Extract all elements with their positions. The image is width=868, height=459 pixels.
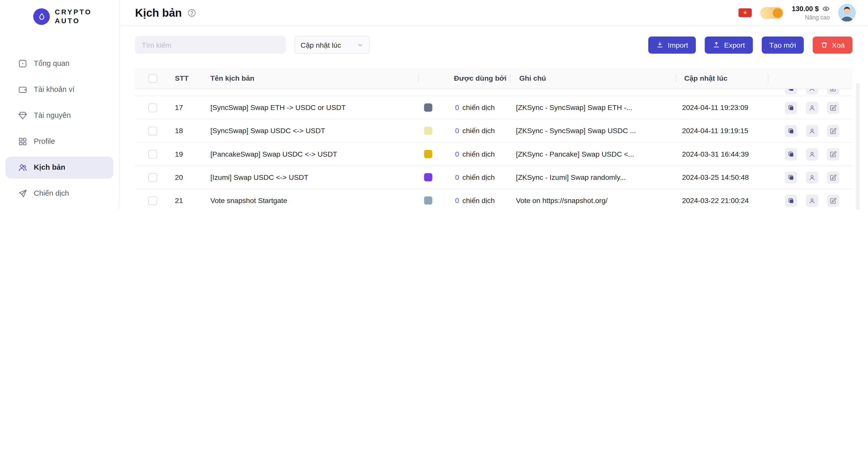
copy-button[interactable] xyxy=(785,148,797,160)
row-used-count[interactable]: 0 xyxy=(455,173,459,181)
row-used: 0 chiến dịch xyxy=(446,103,510,112)
edit-button[interactable] xyxy=(827,101,839,113)
plan-label: Nâng cao xyxy=(805,14,830,21)
account-balance-block: 130.00 $ Nâng cao xyxy=(792,5,830,21)
row-color-swatch xyxy=(424,196,433,204)
row-checkbox[interactable] xyxy=(148,196,157,205)
copy-button[interactable] xyxy=(785,125,797,137)
upload-icon xyxy=(713,41,720,49)
profile-icon xyxy=(18,136,28,146)
sidebar-item-kich-ban[interactable]: Kịch bản xyxy=(5,156,114,178)
sidebar-item-label: Tài khoản ví xyxy=(34,85,74,94)
row-used-label: chiến dịch xyxy=(462,127,495,135)
sidebar-item-label: Chiến dịch xyxy=(34,189,69,197)
row-color-swatch xyxy=(424,173,433,181)
copy-button[interactable] xyxy=(785,101,797,113)
table-row[interactable]: 20 [Izumi] Swap USDC <-> USDT 0 chiến dị… xyxy=(135,166,852,189)
sort-select[interactable]: Cập nhật lúc xyxy=(294,36,370,54)
create-button[interactable]: Tạo mới xyxy=(762,36,804,54)
row-name: [PancakeSwap] Swap USDC <-> USDT xyxy=(205,150,418,158)
row-stt: 20 xyxy=(170,173,205,181)
edit-button[interactable] xyxy=(827,125,839,137)
row-checkbox[interactable] xyxy=(148,173,157,182)
table-header: STT Tên kịch bản Được dùng bởi Ghi chú C… xyxy=(135,68,852,89)
column-name: Tên kịch bản xyxy=(205,74,418,83)
assign-user-button[interactable] xyxy=(806,171,818,183)
table-row[interactable]: 18 [SyncSwap] Swap USDC <-> USDT 0 chiến… xyxy=(135,120,852,143)
row-used-label: chiến dịch xyxy=(462,196,495,204)
sidebar-item-profile[interactable]: Profile xyxy=(5,130,114,152)
create-button-label: Tạo mới xyxy=(769,41,796,49)
sidebar-item-label: Kịch bản xyxy=(34,163,65,171)
assign-user-button[interactable] xyxy=(806,125,818,137)
edit-button[interactable] xyxy=(827,171,839,183)
brand-line1: CRYPTO xyxy=(55,8,92,17)
copy-button[interactable] xyxy=(785,194,797,206)
row-name: [SyncSwap] Swap USDC <-> USDT xyxy=(205,127,418,135)
copy-button[interactable] xyxy=(785,89,797,95)
row-used: 0 chiến dịch xyxy=(446,173,510,181)
avatar[interactable] xyxy=(838,4,856,22)
import-button[interactable]: Import xyxy=(648,36,696,54)
brand: CRYPTO AUTO xyxy=(0,8,119,26)
select-all-checkbox[interactable] xyxy=(148,74,157,83)
row-used-count[interactable]: 0 xyxy=(455,150,459,158)
table-row[interactable]: 19 [PancakeSwap] Swap USDC <-> USDT 0 ch… xyxy=(135,143,852,166)
row-used-count[interactable]: 0 xyxy=(455,103,459,112)
row-actions xyxy=(768,125,852,137)
row-used-count[interactable]: 0 xyxy=(455,127,459,135)
eye-icon[interactable] xyxy=(822,5,830,13)
scrollbar-track[interactable] xyxy=(856,83,860,209)
row-used-count[interactable]: 0 xyxy=(455,196,459,204)
column-note: Ghi chú xyxy=(510,74,677,83)
edit-button[interactable] xyxy=(827,148,839,160)
sidebar-item-tai-khoan-vi[interactable]: Tài khoản ví xyxy=(5,78,114,100)
sidebar-item-chien-dich[interactable]: Chiến dịch xyxy=(5,182,114,204)
scenario-table: STT Tên kịch bản Được dùng bởi Ghi chú C… xyxy=(135,68,852,209)
sidebar-item-label: Profile xyxy=(34,137,55,145)
export-button[interactable]: Export xyxy=(705,36,753,54)
row-note: [ZKSync - SyncSwap] Swap ETH -... xyxy=(510,103,677,112)
assign-user-button[interactable] xyxy=(806,194,818,206)
row-updated: 2024-03-22 21:00:24 xyxy=(677,196,768,204)
assign-user-button[interactable] xyxy=(806,101,818,113)
sidebar-item-dat-lich[interactable]: Đặt lịch xyxy=(5,208,114,209)
delete-button[interactable]: Xoá xyxy=(812,36,852,54)
row-updated: 2024-04-11 19:23:09 xyxy=(677,103,768,112)
row-stt: 17 xyxy=(170,103,205,112)
copy-button[interactable] xyxy=(785,171,797,183)
row-note: Vote on https://snapshot.org/ xyxy=(510,196,677,204)
toggle-knob xyxy=(773,8,782,18)
theme-toggle[interactable] xyxy=(760,7,783,19)
main-area: Kịch bản 130.00 $ Nâng ca xyxy=(120,0,868,209)
help-icon[interactable] xyxy=(187,8,197,18)
content: Cập nhật lúc Import Export Tạo mới xyxy=(120,26,868,209)
search-input[interactable] xyxy=(135,36,286,54)
column-stt: STT xyxy=(170,74,205,83)
assign-user-button[interactable] xyxy=(806,89,818,95)
row-checkbox[interactable] xyxy=(148,103,157,112)
chevron-down-icon xyxy=(356,41,364,48)
edit-button[interactable] xyxy=(827,194,839,206)
vietnam-flag-icon[interactable] xyxy=(739,8,752,17)
row-note: [ZKSync - Izumi] Swap randomly... xyxy=(510,173,677,181)
row-used: 0 chiến dịch xyxy=(446,196,510,204)
sidebar-item-tai-nguyen[interactable]: Tài nguyên xyxy=(5,104,114,126)
row-checkbox[interactable] xyxy=(148,150,157,158)
table-row[interactable]: 21 Vote snapshot Startgate 0 chiến dịch … xyxy=(135,189,852,209)
row-checkbox[interactable] xyxy=(148,126,157,135)
row-updated: 2024-04-11 19:19:15 xyxy=(677,127,768,135)
app-root: CRYPTO AUTO Tổng quan Tài khoản ví Tài n… xyxy=(0,0,868,209)
assign-user-button[interactable] xyxy=(806,148,818,160)
top-bar: Kịch bản 130.00 $ Nâng ca xyxy=(120,0,868,26)
row-actions xyxy=(768,101,852,113)
row-color-swatch xyxy=(424,150,433,158)
import-button-label: Import xyxy=(668,41,688,49)
sidebar: CRYPTO AUTO Tổng quan Tài khoản ví Tài n… xyxy=(0,0,120,209)
row-actions xyxy=(768,194,852,206)
sidebar-item-tong-quan[interactable]: Tổng quan xyxy=(5,52,114,74)
edit-button[interactable] xyxy=(827,89,839,95)
table-row[interactable]: 17 [SyncSwap] Swap ETH -> USDC or USDT 0… xyxy=(135,96,852,120)
row-stt: 18 xyxy=(170,127,205,135)
row-name: [SyncSwap] Swap ETH -> USDC or USDT xyxy=(205,103,418,112)
